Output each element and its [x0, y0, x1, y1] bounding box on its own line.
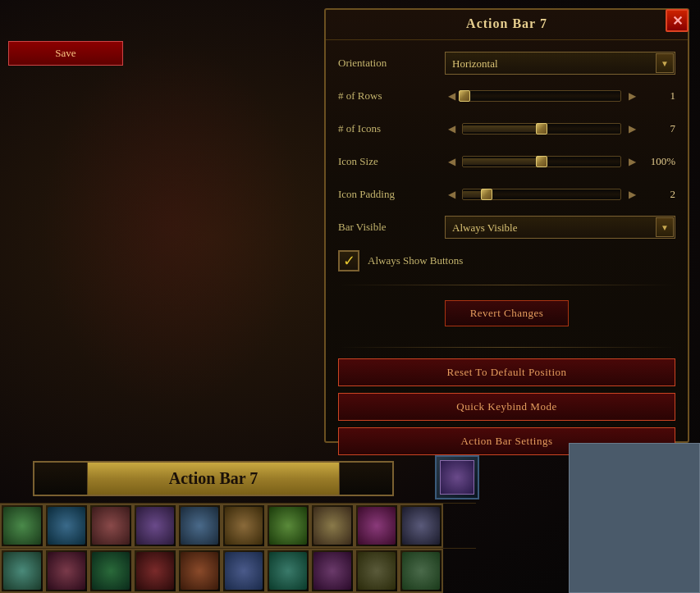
rows-slider-wrapper: ◀ ▶ 1	[445, 89, 675, 103]
action-icon-7[interactable]	[266, 504, 310, 548]
icons-slider-track[interactable]	[462, 123, 621, 135]
action-icon-6[interactable]	[222, 504, 266, 548]
action-bar-label: Action Bar 7	[88, 463, 339, 495]
panel-title: Action Bar 7	[326, 10, 688, 40]
rows-slider-track[interactable]	[462, 90, 621, 102]
action-icon-10[interactable]	[399, 504, 443, 548]
action-icon-3[interactable]	[89, 504, 133, 548]
action-icon-16[interactable]	[222, 549, 266, 593]
bar-visible-select[interactable]: Always Visible Never In Combat Out of Co…	[445, 216, 675, 239]
icon-row-1	[0, 503, 476, 548]
icons-row: # of Icons ◀ ▶ 7	[326, 112, 688, 145]
icon-padding-increment[interactable]: ▶	[625, 188, 638, 201]
close-button[interactable]: ✕	[666, 9, 689, 32]
icon-padding-value: 2	[643, 188, 675, 201]
right-grey-panel	[569, 443, 700, 593]
action-icon-2[interactable]	[44, 504, 89, 548]
bg-rune-decoration	[41, 41, 304, 410]
action-icon-5[interactable]	[177, 504, 222, 548]
action-icon-13[interactable]	[89, 549, 133, 593]
icons-increment[interactable]: ▶	[625, 122, 638, 135]
rows-increment[interactable]: ▶	[625, 89, 638, 103]
bar-visible-label: Bar Visible	[338, 221, 445, 234]
reset-position-button[interactable]: Reset To Default Position	[338, 358, 675, 386]
orientation-label: Orientation	[338, 57, 445, 70]
revert-section: Revert Changes	[326, 292, 688, 340]
icon-row-2	[0, 548, 476, 593]
always-show-buttons-row: ✓ Always Show Buttons	[326, 244, 688, 278]
divider-1	[338, 285, 675, 285]
action-icon-11[interactable]	[0, 549, 44, 593]
action-icon-1[interactable]	[0, 504, 44, 548]
action-icon-12[interactable]	[44, 549, 89, 593]
save-button[interactable]: Save	[8, 41, 123, 66]
rows-value: 1	[643, 89, 675, 103]
divider-2	[338, 347, 675, 348]
icons-slider-wrapper: ◀ ▶ 7	[445, 122, 675, 135]
bar-visible-dropdown-wrapper: Always Visible Never In Combat Out of Co…	[445, 216, 675, 239]
action-bar-banner: Action Bar 7	[33, 461, 394, 496]
icon-padding-decrement[interactable]: ◀	[445, 188, 458, 201]
action-icon-4[interactable]	[133, 504, 177, 548]
rows-row: # of Rows ◀ ▶ 1	[326, 80, 688, 112]
revert-button[interactable]: Revert Changes	[445, 300, 570, 326]
action-icon-8[interactable]	[310, 504, 355, 548]
always-show-buttons-label: Always Show Buttons	[368, 254, 463, 267]
action-icon-19[interactable]	[355, 549, 399, 593]
settings-panel: ✕ Action Bar 7 Orientation Horizontal Ve…	[324, 8, 689, 443]
close-icon: ✕	[672, 13, 683, 29]
icon-padding-row: Icon Padding ◀ ▶ 2	[326, 178, 688, 211]
icon-padding-label: Icon Padding	[338, 188, 445, 201]
action-icon-15[interactable]	[177, 549, 222, 593]
icons-value: 7	[643, 122, 675, 135]
icon-size-increment[interactable]: ▶	[625, 155, 638, 168]
extra-action-icon-inner	[440, 460, 474, 495]
orientation-row: Orientation Horizontal Vertical ▼	[326, 47, 688, 80]
extra-action-icon[interactable]	[435, 455, 479, 499]
icon-size-slider-wrapper: ◀ ▶ 100%	[445, 155, 675, 168]
icon-size-label: Icon Size	[338, 155, 445, 168]
action-bar-left-spacer	[34, 463, 88, 495]
icon-size-value: 100%	[643, 155, 675, 168]
rows-decrement[interactable]: ◀	[445, 89, 458, 103]
action-bar-right-spacer	[339, 463, 392, 495]
action-icon-9[interactable]	[355, 504, 399, 548]
icons-label: # of Icons	[338, 122, 445, 135]
checkbox-checkmark: ✓	[343, 253, 355, 268]
bar-visible-row: Bar Visible Always Visible Never In Comb…	[326, 211, 688, 244]
orientation-select[interactable]: Horizontal Vertical	[445, 52, 675, 75]
icons-decrement[interactable]: ◀	[445, 122, 458, 135]
bottom-icon-bars	[0, 503, 476, 593]
icon-size-decrement[interactable]: ◀	[445, 155, 458, 168]
rows-label: # of Rows	[338, 89, 445, 103]
icon-size-row: Icon Size ◀ ▶ 100%	[326, 145, 688, 178]
icon-size-slider-track[interactable]	[462, 156, 621, 167]
action-icon-18[interactable]	[310, 549, 355, 593]
orientation-dropdown-wrapper: Horizontal Vertical ▼	[445, 52, 675, 75]
quick-keybind-button[interactable]: Quick Keybind Mode	[338, 393, 675, 421]
icon-padding-slider-track[interactable]	[462, 189, 621, 200]
action-icon-20[interactable]	[399, 549, 443, 593]
action-icon-14[interactable]	[133, 549, 177, 593]
action-icon-17[interactable]	[266, 549, 310, 593]
save-label: Save	[55, 47, 75, 60]
icon-padding-slider-wrapper: ◀ ▶ 2	[445, 188, 675, 201]
always-show-buttons-checkbox[interactable]: ✓	[338, 250, 359, 271]
